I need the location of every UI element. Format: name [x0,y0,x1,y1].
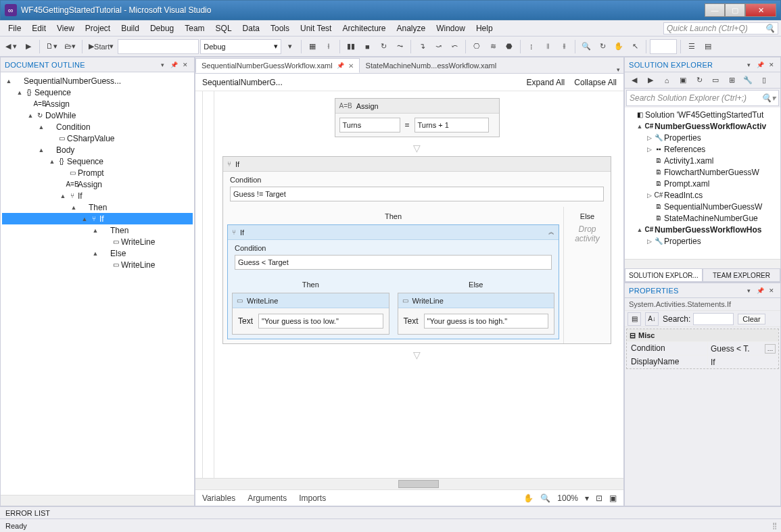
menu-window[interactable]: Window [431,22,471,35]
inner-condition-input[interactable]: Guess < Target [235,255,552,270]
zoom-level[interactable]: 100% [557,493,578,503]
restart-icon[interactable]: ↻ [376,39,391,54]
solution-item[interactable]: 🗎StateMachineNumberGue [625,212,780,224]
menu-architecture[interactable]: Architecture [337,22,391,35]
menu-edit[interactable]: Edit [26,22,51,35]
open-button[interactable]: 🗁▾ [62,39,78,54]
tree-item[interactable]: A=BAssign [2,98,193,110]
tree-item[interactable]: ▲{}Sequence [2,87,193,98]
solution-item[interactable]: ◧Solution 'WF45GettingStartedTut [625,109,780,120]
tabs-dropdown-icon[interactable]: ▾ [613,66,623,73]
writeline-text-input[interactable]: "Your guess is too low." [258,314,383,329]
close-icon[interactable]: ✕ [181,60,190,70]
writeline-then[interactable]: ▭WriteLine Text "Your guess is too low." [232,293,389,335]
showall-icon[interactable]: ⊞ [725,74,738,87]
panel-menu-icon[interactable]: ▾ [158,60,167,70]
next-statement-icon[interactable]: ⤳ [392,39,407,54]
error-list-tab[interactable]: ERROR LIST [0,506,781,518]
alphabetical-icon[interactable]: A↓ [645,312,659,326]
tab-solution-explorer[interactable]: SOLUTION EXPLOR... [625,268,703,282]
layers-icon[interactable]: ▦ [305,39,320,54]
pin-icon[interactable]: 📌 [755,286,765,295]
list-icon[interactable]: ☰ [684,39,699,54]
new-project-button[interactable]: 🗋▾ [43,39,60,54]
menu-data[interactable]: Data [237,22,265,35]
refresh-icon[interactable]: ↻ [595,39,610,54]
collapse-all-link[interactable]: Collapse All [574,78,617,87]
ellipsis-button[interactable]: … [765,344,776,354]
category-misc[interactable]: Misc [638,331,655,339]
assign-activity[interactable]: A=BAssign Turns = Turns + 1 [335,98,500,137]
writeline-else[interactable]: ▭WriteLine Text "Your guess is too high.… [398,293,555,335]
stop-icon[interactable]: ■ [360,39,375,54]
workflow-designer[interactable]: A=BAssign Turns = Turns + 1 ▽ ⑂If Condit… [195,91,623,478]
menu-analyze[interactable]: Analyze [391,22,431,35]
close-icon[interactable]: ✕ [767,286,776,295]
panel-menu-icon[interactable]: ▾ [744,60,753,70]
breakpoints-icon[interactable]: ⬣ [502,39,517,54]
tree-item[interactable]: ▭WriteLine [2,236,193,247]
drop-target[interactable]: Drop activity [568,224,607,243]
find-icon[interactable]: 🔍 [579,39,594,54]
tree-item[interactable]: ▲⑂If [2,190,193,201]
horizontal-scrollbar[interactable] [1,495,194,506]
step-over-icon[interactable]: ⤻ [431,39,446,54]
horizontal-scrollbar[interactable] [195,478,623,489]
fit-icon[interactable]: ⊡ [596,493,602,503]
menu-team[interactable]: Team [179,22,210,35]
breadcrumb[interactable]: SequentialNumberG... [202,78,283,87]
categorized-icon[interactable]: ▤ [628,312,641,326]
tree-item[interactable]: ▲Then [2,224,193,236]
menu-file[interactable]: File [3,22,26,35]
extra-icon-3[interactable]: ⫵ [557,39,571,54]
assign-value-input[interactable]: Turns + 1 [415,118,489,132]
cursor-icon[interactable]: ↖ [628,39,642,54]
menu-unittest[interactable]: Unit Test [295,22,337,35]
outer-if-activity[interactable]: ⑂If Condition Guess != Target Then ⑂ If … [222,156,611,344]
pan-icon[interactable]: ✋ [523,493,534,503]
solution-item[interactable]: ▷🔧Properties [625,132,780,143]
close-button[interactable]: ✕ [745,3,776,17]
pause-icon[interactable]: ▮▮ [344,39,358,54]
tree-item[interactable]: ▲Then [2,201,193,213]
menu-build[interactable]: Build [116,22,145,35]
step-into-icon[interactable]: ↴ [415,39,429,54]
menu-view[interactable]: View [51,22,80,35]
forward-icon[interactable]: ▶ [644,74,657,87]
hex-icon[interactable]: ⎔ [469,39,484,54]
solution-item[interactable]: 🗎Prompt.xaml [625,178,780,189]
close-icon[interactable]: ✕ [348,62,354,70]
menu-debug[interactable]: Debug [145,22,179,35]
menu-tools[interactable]: Tools [265,22,295,35]
quick-launch-input[interactable]: Quick Launch (Ctrl+Q) 🔍 [663,22,778,34]
panel-menu-icon[interactable]: ▾ [744,286,753,295]
prop-value[interactable]: Guess < T. [711,344,749,354]
back-icon[interactable]: ◀ [628,74,641,87]
tab-imports[interactable]: Imports [299,493,326,503]
zoom-dropdown-icon[interactable]: ▾ [585,493,589,503]
tab-variables[interactable]: Variables [202,493,235,503]
horizontal-scrollbar[interactable] [625,259,780,268]
grid-icon[interactable]: ▤ [701,39,715,54]
writeline-text-input[interactable]: "Your guess is too high." [424,314,548,329]
nav-back-button[interactable]: ◀ ▾ [3,39,20,54]
refresh-icon[interactable]: ↻ [692,74,706,87]
assign-to-input[interactable]: Turns [339,118,400,132]
solution-item[interactable]: ▲C#NumberGuessWorkflowHos [625,224,780,235]
resize-grip-icon[interactable]: ⣿ [772,522,776,529]
document-outline-tree[interactable]: ▲SequentialNumberGuess...▲{}SequenceA=BA… [1,72,194,495]
solution-search-input[interactable]: Search Solution Explorer (Ctrl+;) 🔍▾ [626,90,779,106]
tree-item[interactable]: ▲Else [2,247,193,259]
nav-fwd-button[interactable]: ▶ [21,39,36,54]
close-icon[interactable]: ✕ [767,60,776,70]
preview-icon[interactable]: ▯ [757,74,771,87]
tree-item[interactable]: ▲↻DoWhile [2,110,193,121]
menu-project[interactable]: Project [80,22,116,35]
solution-item[interactable]: 🗎FlowchartNumberGuessW [625,166,780,178]
tree-item[interactable]: A=BAssign [2,178,193,190]
extra-icon-1[interactable]: ⫶ [524,39,539,54]
tree-item[interactable]: ▭CSharpValue [2,132,193,144]
solution-item[interactable]: ▷C#ReadInt.cs [625,189,780,201]
inner-if-activity[interactable]: ⑂ If ︽ Condition Guess < Target Then [227,224,559,339]
pin-icon[interactable]: 📌 [169,60,179,70]
